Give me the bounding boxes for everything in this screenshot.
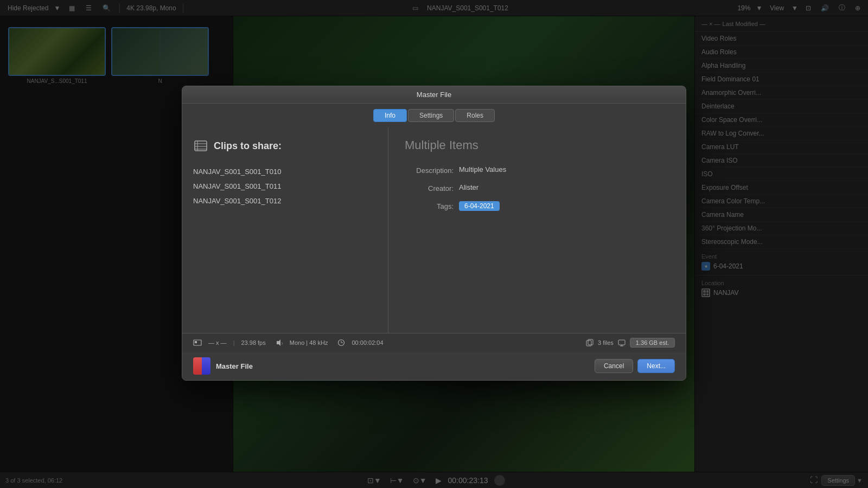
- description-row: Description: Multiple Values: [405, 165, 669, 175]
- master-file-modal: Master File Info Settings Roles: [182, 86, 686, 381]
- audio-display: Mono | 48 kHz: [290, 339, 328, 346]
- modal-clips-panel: Clips to share: NANJAV_S001_S001_T010 NA…: [182, 127, 388, 333]
- icon-red-half: [193, 357, 202, 375]
- creator-row: Creator: Alister: [405, 183, 669, 192]
- clip-item-1[interactable]: NANJAV_S001_S001_T010: [193, 164, 377, 179]
- divider-1: |: [233, 339, 235, 346]
- master-file-icon: [193, 357, 210, 375]
- tab-roles[interactable]: Roles: [455, 109, 495, 122]
- frame-icon: [193, 338, 202, 347]
- cancel-button[interactable]: Cancel: [595, 359, 633, 373]
- clock-icon: [337, 339, 345, 346]
- creator-label: Creator:: [405, 183, 454, 192]
- creator-value: Alister: [459, 183, 478, 191]
- files-count: 3 files: [598, 339, 614, 346]
- resolution-display: — x —: [208, 339, 227, 346]
- fps-display: 23.98 fps: [241, 339, 265, 346]
- next-button[interactable]: Next...: [637, 359, 675, 373]
- description-value: Multiple Values: [459, 165, 506, 174]
- audio-icon: ): [276, 339, 283, 346]
- svg-text:): ): [282, 342, 283, 345]
- modal-statusbar: — x — | 23.98 fps ) Mono | 48 kHz 00:00:…: [182, 333, 686, 352]
- description-label: Description:: [405, 165, 454, 175]
- modal-titlebar: Master File: [182, 86, 686, 104]
- tab-settings[interactable]: Settings: [408, 109, 454, 122]
- master-file-label: Master File: [216, 362, 253, 370]
- modal-body: Clips to share: NANJAV_S001_S001_T010 NA…: [182, 127, 686, 333]
- clip-item-3[interactable]: NANJAV_S001_S001_T012: [193, 194, 377, 208]
- icon-blue-half: [202, 357, 210, 375]
- files-icon: [586, 339, 593, 346]
- modal-overlay: Master File Info Settings Roles: [0, 0, 868, 488]
- svg-marker-7: [277, 339, 280, 346]
- timecode-status: 00:00:02:04: [352, 339, 383, 346]
- clips-header: Clips to share:: [193, 138, 377, 153]
- tab-info[interactable]: Info: [373, 109, 407, 122]
- clips-header-text: Clips to share:: [214, 140, 282, 152]
- size-estimate: 1.36 GB est.: [630, 338, 675, 348]
- clip-item-2[interactable]: NANJAV_S001_S001_T011: [193, 179, 377, 194]
- tags-badge[interactable]: 6-04-2021: [459, 201, 500, 211]
- svg-rect-6: [195, 341, 197, 343]
- multiple-items-title: Multiple Items: [405, 138, 669, 152]
- tags-label: Tags:: [405, 201, 454, 210]
- modal-tabs: Info Settings Roles: [182, 104, 686, 127]
- footer-buttons: Cancel Next...: [595, 359, 675, 373]
- modal-info-panel: Multiple Items Description: Multiple Val…: [388, 127, 686, 333]
- tags-row: Tags: 6-04-2021: [405, 201, 669, 211]
- svg-rect-14: [618, 340, 625, 345]
- modal-footer: Master File Cancel Next...: [182, 352, 686, 380]
- screen-icon: [618, 339, 626, 346]
- modal-title: Master File: [417, 91, 451, 99]
- status-right: 3 files 1.36 GB est.: [586, 338, 675, 348]
- clips-icon: [193, 138, 208, 153]
